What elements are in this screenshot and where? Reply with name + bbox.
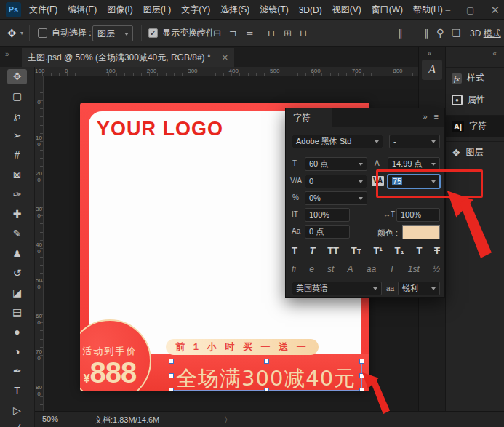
minimize-icon[interactable]: – [445,6,450,15]
distribute-h-icon[interactable]: ≣ [246,27,254,39]
maximize-icon[interactable]: ▢ [466,6,474,15]
properties-panel-button[interactable]: ●属性 [446,89,504,111]
3d-mode-label[interactable]: 3D 模式 [470,28,501,40]
brush-tool[interactable]: ✎ [13,228,22,239]
align-top-icon[interactable]: ⊓ [268,27,275,39]
toolbar-collapse-icon[interactable]: » [5,50,9,58]
selection-handle[interactable] [264,388,269,391]
gradient-tool[interactable]: ▤ [12,307,22,318]
menu-item[interactable]: 文件(F) [29,4,57,16]
menu-item[interactable]: 选择(S) [220,4,249,16]
align-left-icon[interactable]: ⊏ [196,27,204,39]
fractions-button[interactable]: ½ [433,264,440,275]
ordinals-button[interactable]: 1st [408,264,420,275]
brush-icon: ✎ [13,228,22,239]
discretionary-ligatures-button[interactable]: st [327,264,334,275]
proportional-spacing-dropdown[interactable]: 0% [305,191,367,205]
menu-item[interactable]: 窗口(W) [372,4,403,16]
chevron-right-icon[interactable]: 〉 [224,415,232,426]
history-brush-tool[interactable]: ↺ [13,268,22,279]
selection-handle[interactable] [169,388,174,391]
align-center-h-icon[interactable]: ⊟ [213,27,221,39]
menu-item[interactable]: 文字(Y) [181,4,210,16]
glyphs-panel-icon[interactable]: A [422,60,442,80]
menu-item[interactable]: 图层(L) [143,4,172,16]
faux-bold-button[interactable]: T [292,245,297,257]
styles-panel-button[interactable]: fx样式 [446,67,504,89]
color-swatch[interactable] [402,225,440,239]
menu-item[interactable]: 编辑(E) [68,4,97,16]
font-size-dropdown[interactable]: 60 点 [305,157,367,171]
menu-item[interactable]: 3D(D) [299,5,322,15]
align-right-icon[interactable]: ⊐ [229,27,237,39]
spot-healing-brush-tool[interactable]: ✚ [13,209,22,220]
tools-panel: ✥▢℘➢#⊠✑✚✎♟↺◪▤●◑✒T▷╱ [0,67,35,427]
collapse-dock-icon[interactable]: « [492,49,497,57]
collapse-panels-icon[interactable]: « [428,49,432,57]
standard-ligatures-button[interactable]: fi [292,264,296,275]
language-dropdown[interactable]: 美国英语 [292,282,382,295]
auto-select-checkbox[interactable] [38,28,47,38]
subscript-button[interactable]: T₁ [395,245,404,257]
character-panel-tab[interactable]: 字符 [286,108,332,127]
character-panel-button[interactable]: A|字符 [446,115,504,137]
move-tool-icon[interactable]: ✥ [7,20,17,47]
close-icon[interactable]: ✕ [490,4,500,15]
selection-handle[interactable] [169,373,174,378]
font-family-dropdown[interactable]: Adobe 黑体 Std [292,135,383,148]
selected-text-layer[interactable]: 全场满300减40元 [172,362,362,391]
pen-tool[interactable]: ✒ [13,366,22,377]
small-caps-button[interactable]: Tт [351,245,361,257]
eraser-tool[interactable]: ◪ [12,287,22,298]
lasso-tool[interactable]: ℘ [14,111,21,121]
menu-item[interactable]: 图像(I) [107,4,132,16]
vertical-scale-input[interactable]: 100% [305,208,350,222]
underline-button[interactable]: T [416,245,422,257]
menu-item[interactable]: 视图(V) [332,4,361,16]
object-selection-tool[interactable]: ➢ [13,130,22,141]
eyedropper-tool[interactable]: ✑ [13,189,22,200]
crop-tool[interactable]: # [15,150,20,161]
type-tool[interactable]: T [14,386,20,396]
baseline-shift-input[interactable]: 0 点 [305,225,350,239]
frame-tool[interactable]: ⊠ [13,169,22,180]
selection-handle[interactable] [264,359,269,364]
panel-menu-icon[interactable]: ≡ [434,112,439,121]
superscript-button[interactable]: T¹ [374,245,383,257]
faux-italic-button[interactable]: T [310,245,316,257]
clone-stamp-tool[interactable]: ♟ [12,248,22,259]
rectangular-marquee-tool[interactable]: ▢ [12,91,22,102]
anti-alias-dropdown[interactable]: 锐利 [398,282,440,295]
font-style-dropdown[interactable]: - [389,135,440,148]
auto-select-target-dropdown[interactable]: 图层 [92,25,133,41]
path-selection-tool[interactable]: ▷ [13,405,21,416]
tab-close-icon[interactable]: ✕ [222,53,228,63]
document-tab[interactable]: 主图.psd @ 50% (全场满300减40元, RGB/8#) * ✕ [22,48,234,67]
dodge-tool[interactable]: ◑ [14,346,20,357]
align-bottom-icon[interactable]: ⊔ [300,27,307,39]
selection-handle[interactable] [359,359,364,364]
menu-item[interactable]: 滤镜(T) [260,4,288,16]
baseline-shift-value: 0 点 [309,227,324,236]
all-caps-button[interactable]: TT [327,245,339,257]
kerning-dropdown[interactable]: 0 [305,175,367,188]
panel-collapse-icon[interactable]: » [423,112,427,121]
zoom-level-field[interactable]: 50% [42,415,58,423]
contextual-alternates-button[interactable]: e [309,264,314,275]
distribute-spacing-icon[interactable]: ∥ [398,27,403,39]
screen-mode-icon[interactable]: ❏ [452,27,461,39]
zoom-icon[interactable]: ⚲ [436,27,444,39]
layers-panel-button[interactable]: ❖图层 [446,141,504,163]
strikethrough-button[interactable]: T [434,245,440,257]
swash-button[interactable]: A [348,264,353,275]
move-tool[interactable]: ✥ [7,69,28,84]
menu-item[interactable]: 帮助(H) [413,4,443,16]
blur-tool[interactable]: ● [14,327,20,338]
distribute-left-icon[interactable]: ∥ [424,27,429,39]
show-transform-checkbox[interactable]: ✓ [148,28,158,38]
align-center-v-icon[interactable]: ⊞ [284,27,292,39]
titling-alternates-button[interactable]: T [389,264,394,275]
horizontal-scale-input[interactable]: 100% [396,208,440,222]
selection-handle[interactable] [169,359,174,364]
stylistic-alternates-button[interactable]: aa [367,264,376,275]
